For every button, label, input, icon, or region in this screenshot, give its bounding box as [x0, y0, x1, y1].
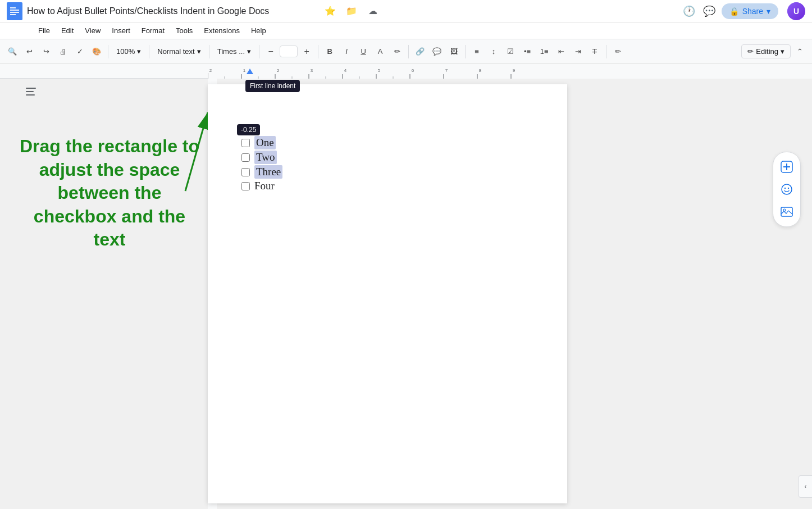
outline-icon[interactable] [25, 87, 37, 99]
svg-rect-1 [10, 7, 16, 8]
expand-sidebar-button[interactable]: ‹ [799, 475, 812, 498]
line-spacing-button[interactable]: ↕ [486, 44, 501, 60]
divider-1 [108, 45, 108, 58]
svg-rect-44 [781, 207, 792, 216]
svg-point-43 [788, 188, 789, 189]
menu-insert[interactable]: Insert [107, 25, 135, 37]
checkbox-3[interactable] [241, 168, 250, 176]
divider-8 [606, 45, 606, 58]
doc-app-icon [7, 2, 22, 20]
checkbox-1[interactable] [241, 139, 250, 147]
comment-button[interactable]: 💬 [429, 44, 445, 60]
checklist-label-2: Two [254, 151, 277, 164]
italic-button[interactable]: I [339, 44, 354, 60]
divider-3 [209, 45, 209, 58]
title-icons: ⭐ 📁 ☁ [322, 3, 381, 19]
menu-format[interactable]: Format [137, 25, 169, 37]
clear-format-button[interactable]: T̶ [587, 44, 603, 60]
bold-button[interactable]: B [322, 44, 337, 60]
highlight-button[interactable]: ✏ [389, 44, 405, 60]
link-button[interactable]: 🔗 [412, 44, 428, 60]
font-size-decrease[interactable]: − [263, 44, 279, 60]
text-color-button[interactable]: A [372, 44, 388, 60]
checklist-label-3: Three [254, 165, 282, 179]
menu-file[interactable]: File [34, 25, 54, 37]
menu-tools[interactable]: Tools [171, 25, 197, 37]
align-button[interactable]: ≡ [469, 44, 485, 60]
svg-rect-33 [26, 91, 34, 92]
checklist-item-3: Three [241, 165, 282, 179]
checklist: One Two Three Four [241, 136, 282, 193]
cloud-icon[interactable]: ☁ [365, 3, 381, 19]
share-button[interactable]: 🔒 Share ▾ [722, 3, 778, 19]
checklist-item-4: Four [241, 180, 282, 192]
image-button[interactable]: 🖼 [446, 44, 462, 60]
menu-edit[interactable]: Edit [57, 25, 78, 37]
underline-button[interactable]: U [355, 44, 371, 60]
checkbox-2[interactable] [241, 153, 250, 162]
annotation-area: Drag the rectangle to adjust the space b… [0, 79, 208, 509]
svg-rect-34 [26, 94, 35, 96]
svg-text:2: 2 [277, 68, 280, 73]
font-size-input[interactable]: 15 [280, 46, 298, 57]
redo-button[interactable]: ↪ [38, 44, 54, 60]
checklist-label-4: Four [254, 180, 275, 192]
menu-help[interactable]: Help [247, 25, 271, 37]
style-dropdown[interactable]: Normal text ▾ [153, 46, 205, 57]
search-button[interactable]: 🔍 [4, 44, 20, 60]
svg-line-36 [185, 112, 208, 191]
svg-text:1: 1 [243, 68, 246, 73]
font-size-increase[interactable]: + [299, 44, 314, 60]
undo-button[interactable]: ↩ [21, 44, 37, 60]
svg-text:2: 2 [209, 68, 212, 73]
font-dropdown[interactable]: Times ... ▾ [213, 46, 256, 57]
svg-rect-32 [26, 88, 36, 89]
folder-icon[interactable]: 📁 [344, 3, 359, 19]
title-bar: How to Adjust Bullet Points/Checklists I… [0, 0, 812, 22]
collapse-toolbar-button[interactable]: ⌃ [792, 44, 808, 60]
indent-value-tooltip: -0.25 [237, 124, 260, 135]
right-floating-toolbar [773, 152, 801, 227]
svg-text:3: 3 [311, 68, 313, 73]
editing-mode-badge[interactable]: ✏ Editing ▾ [741, 44, 791, 58]
comment-icon[interactable]: 💬 [701, 3, 717, 19]
svg-text:5: 5 [378, 68, 381, 73]
decrease-indent-button[interactable]: ⇤ [553, 44, 569, 60]
menu-bar: File Edit View Insert Format Tools Exten… [0, 22, 812, 39]
svg-rect-3 [10, 12, 19, 13]
svg-rect-2 [10, 10, 19, 11]
svg-point-41 [782, 184, 792, 194]
divider-2 [149, 45, 149, 58]
document-page: One Two Three Four [208, 84, 567, 503]
checklist-button[interactable]: ☑ [503, 44, 518, 60]
checklist-item-2: Two [241, 151, 282, 164]
svg-text:8: 8 [479, 68, 482, 73]
menu-view[interactable]: View [80, 25, 105, 37]
divider-6 [408, 45, 409, 58]
add-content-button[interactable] [777, 157, 797, 177]
menu-extensions[interactable]: Extensions [199, 25, 244, 37]
increase-indent-button[interactable]: ⇥ [570, 44, 586, 60]
emoji-button[interactable] [777, 179, 797, 199]
checkbox-4[interactable] [241, 182, 250, 190]
image-insert-button[interactable] [777, 202, 797, 222]
document-title: How to Adjust Bullet Points/Checklists I… [27, 6, 318, 16]
font-size-control: − 15 + [263, 44, 314, 60]
bullet-list-button[interactable]: •≡ [519, 44, 535, 60]
spellcheck-button[interactable]: ✓ [72, 44, 88, 60]
svg-text:6: 6 [412, 68, 414, 73]
svg-point-42 [784, 188, 786, 189]
suggestion-mode-button[interactable]: ✏ [610, 44, 626, 60]
avatar[interactable]: U [787, 2, 805, 20]
history-icon[interactable]: 🕐 [681, 3, 697, 19]
print-button[interactable]: 🖨 [55, 44, 71, 60]
checklist-item-1: One [241, 136, 282, 149]
star-icon[interactable]: ⭐ [322, 3, 338, 19]
paint-format-button[interactable]: 🎨 [89, 44, 104, 60]
annotation-arrow [112, 101, 208, 202]
svg-text:4: 4 [344, 68, 347, 73]
zoom-dropdown[interactable]: 100% ▾ [112, 46, 145, 57]
numbered-list-button[interactable]: 1≡ [536, 44, 552, 60]
editing-pencil-icon: ✏ [747, 47, 754, 56]
svg-text:7: 7 [445, 68, 448, 73]
